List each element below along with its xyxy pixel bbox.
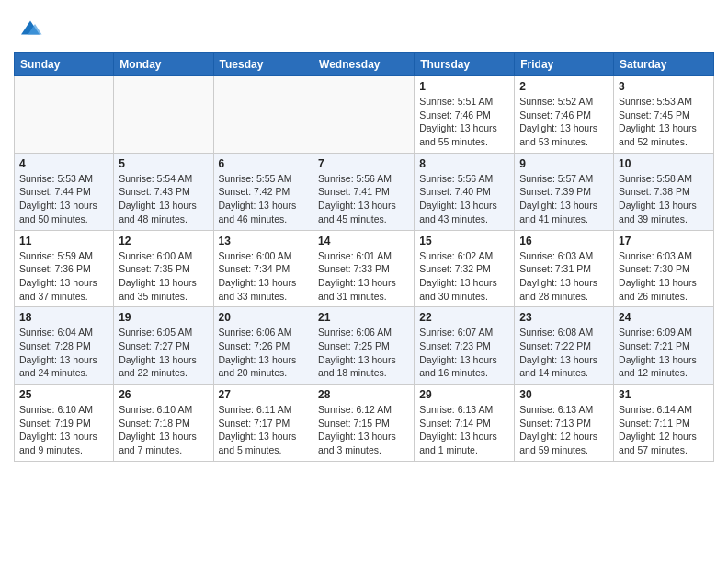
day-info: Sunrise: 5:55 AMSunset: 7:42 PMDaylight:… (219, 172, 309, 226)
day-number: 28 (318, 388, 409, 401)
day-number: 16 (519, 235, 609, 247)
day-info: Sunrise: 5:53 AMSunset: 7:44 PMDaylight:… (19, 172, 108, 226)
day-info: Sunrise: 6:10 AMSunset: 7:18 PMDaylight:… (119, 403, 208, 457)
calendar-day-cell: 6Sunrise: 5:55 AMSunset: 7:42 PMDaylight… (213, 153, 313, 230)
day-info: Sunrise: 5:53 AMSunset: 7:45 PMDaylight:… (619, 95, 709, 149)
day-info: Sunrise: 6:12 AMSunset: 7:15 PMDaylight:… (318, 403, 409, 457)
day-info: Sunrise: 6:06 AMSunset: 7:25 PMDaylight:… (318, 326, 409, 380)
calendar-day-cell: 8Sunrise: 5:56 AMSunset: 7:40 PMDaylight… (415, 153, 515, 230)
day-info: Sunrise: 6:07 AMSunset: 7:23 PMDaylight:… (419, 326, 509, 380)
day-info: Sunrise: 6:14 AMSunset: 7:11 PMDaylight:… (619, 403, 709, 457)
day-number: 27 (219, 388, 309, 401)
day-info: Sunrise: 5:58 AMSunset: 7:38 PMDaylight:… (619, 172, 709, 226)
calendar-day-cell: 10Sunrise: 5:58 AMSunset: 7:38 PMDayligh… (614, 153, 714, 230)
logo (14, 14, 44, 45)
day-number: 7 (318, 157, 409, 170)
day-number: 9 (519, 157, 609, 170)
day-number: 17 (619, 235, 709, 247)
day-info: Sunrise: 6:00 AMSunset: 7:34 PMDaylight:… (219, 249, 309, 304)
calendar-week-row: 11Sunrise: 5:59 AMSunset: 7:36 PMDayligh… (15, 230, 714, 307)
calendar-week-row: 4Sunrise: 5:53 AMSunset: 7:44 PMDaylight… (15, 153, 714, 230)
weekday-header-tuesday: Tuesday (213, 53, 313, 76)
calendar-day-cell: 25Sunrise: 6:10 AMSunset: 7:19 PMDayligh… (15, 385, 114, 462)
day-info: Sunrise: 5:54 AMSunset: 7:43 PMDaylight:… (119, 172, 208, 226)
calendar-day-cell: 23Sunrise: 6:08 AMSunset: 7:22 PMDayligh… (515, 307, 614, 385)
day-info: Sunrise: 6:00 AMSunset: 7:35 PMDaylight:… (119, 249, 208, 304)
calendar-day-cell: 16Sunrise: 6:03 AMSunset: 7:31 PMDayligh… (515, 230, 614, 307)
day-number: 30 (519, 388, 609, 401)
day-info: Sunrise: 6:01 AMSunset: 7:33 PMDaylight:… (318, 249, 409, 304)
day-number: 2 (519, 80, 609, 93)
calendar-day-cell: 2Sunrise: 5:52 AMSunset: 7:46 PMDaylight… (515, 76, 614, 154)
day-info: Sunrise: 5:56 AMSunset: 7:40 PMDaylight:… (419, 172, 509, 226)
calendar-day-cell: 17Sunrise: 6:03 AMSunset: 7:30 PMDayligh… (614, 230, 714, 307)
calendar-day-cell: 4Sunrise: 5:53 AMSunset: 7:44 PMDaylight… (15, 153, 114, 230)
day-info: Sunrise: 5:51 AMSunset: 7:46 PMDaylight:… (419, 95, 509, 149)
calendar-day-cell: 5Sunrise: 5:54 AMSunset: 7:43 PMDaylight… (114, 153, 213, 230)
day-info: Sunrise: 6:13 AMSunset: 7:14 PMDaylight:… (419, 403, 509, 457)
day-number: 13 (219, 235, 309, 247)
day-info: Sunrise: 6:09 AMSunset: 7:21 PMDaylight:… (619, 326, 709, 380)
day-number: 29 (419, 388, 509, 401)
weekday-header-sunday: Sunday (15, 53, 114, 76)
day-info: Sunrise: 5:56 AMSunset: 7:41 PMDaylight:… (318, 172, 409, 226)
weekday-header-wednesday: Wednesday (313, 53, 415, 76)
calendar-day-cell: 20Sunrise: 6:06 AMSunset: 7:26 PMDayligh… (213, 307, 313, 385)
weekday-header-friday: Friday (515, 53, 614, 76)
day-number: 11 (19, 235, 108, 247)
calendar-day-cell (213, 76, 313, 154)
day-number: 24 (619, 311, 709, 324)
day-number: 15 (419, 235, 509, 247)
calendar-header-row: SundayMondayTuesdayWednesdayThursdayFrid… (15, 53, 714, 76)
calendar-day-cell: 24Sunrise: 6:09 AMSunset: 7:21 PMDayligh… (614, 307, 714, 385)
day-info: Sunrise: 5:57 AMSunset: 7:39 PMDaylight:… (519, 172, 609, 226)
day-number: 25 (19, 388, 108, 401)
calendar-day-cell: 1Sunrise: 5:51 AMSunset: 7:46 PMDaylight… (415, 76, 515, 154)
weekday-header-monday: Monday (114, 53, 213, 76)
day-number: 8 (419, 157, 509, 170)
day-number: 19 (119, 311, 208, 324)
day-number: 12 (119, 235, 208, 247)
calendar-week-row: 25Sunrise: 6:10 AMSunset: 7:19 PMDayligh… (15, 385, 714, 462)
day-info: Sunrise: 6:06 AMSunset: 7:26 PMDaylight:… (219, 326, 309, 380)
calendar-day-cell (114, 76, 213, 154)
calendar-day-cell: 26Sunrise: 6:10 AMSunset: 7:18 PMDayligh… (114, 385, 213, 462)
weekday-header-saturday: Saturday (614, 53, 714, 76)
day-number: 18 (19, 311, 108, 324)
day-info: Sunrise: 6:02 AMSunset: 7:32 PMDaylight:… (419, 249, 509, 304)
calendar-day-cell: 9Sunrise: 5:57 AMSunset: 7:39 PMDaylight… (515, 153, 614, 230)
page-header (14, 9, 714, 45)
calendar-day-cell: 13Sunrise: 6:00 AMSunset: 7:34 PMDayligh… (213, 230, 313, 307)
day-info: Sunrise: 6:04 AMSunset: 7:28 PMDaylight:… (19, 326, 108, 380)
calendar-day-cell (15, 76, 114, 154)
calendar-day-cell: 7Sunrise: 5:56 AMSunset: 7:41 PMDaylight… (313, 153, 415, 230)
day-number: 3 (619, 80, 709, 93)
day-info: Sunrise: 6:08 AMSunset: 7:22 PMDaylight:… (519, 326, 609, 380)
calendar-day-cell: 3Sunrise: 5:53 AMSunset: 7:45 PMDaylight… (614, 76, 714, 154)
calendar-day-cell: 19Sunrise: 6:05 AMSunset: 7:27 PMDayligh… (114, 307, 213, 385)
day-info: Sunrise: 5:59 AMSunset: 7:36 PMDaylight:… (19, 249, 108, 304)
weekday-header-thursday: Thursday (415, 53, 515, 76)
day-number: 14 (318, 235, 409, 247)
day-number: 22 (419, 311, 509, 324)
day-number: 6 (219, 157, 309, 170)
day-number: 20 (219, 311, 309, 324)
calendar-day-cell: 18Sunrise: 6:04 AMSunset: 7:28 PMDayligh… (15, 307, 114, 385)
day-info: Sunrise: 6:11 AMSunset: 7:17 PMDaylight:… (219, 403, 309, 457)
day-info: Sunrise: 5:52 AMSunset: 7:46 PMDaylight:… (519, 95, 609, 149)
calendar-day-cell: 21Sunrise: 6:06 AMSunset: 7:25 PMDayligh… (313, 307, 415, 385)
calendar-day-cell (313, 76, 415, 154)
day-info: Sunrise: 6:13 AMSunset: 7:13 PMDaylight:… (519, 403, 609, 457)
calendar-day-cell: 30Sunrise: 6:13 AMSunset: 7:13 PMDayligh… (515, 385, 614, 462)
calendar-day-cell: 14Sunrise: 6:01 AMSunset: 7:33 PMDayligh… (313, 230, 415, 307)
calendar-day-cell: 28Sunrise: 6:12 AMSunset: 7:15 PMDayligh… (313, 385, 415, 462)
calendar-day-cell: 27Sunrise: 6:11 AMSunset: 7:17 PMDayligh… (213, 385, 313, 462)
day-number: 23 (519, 311, 609, 324)
day-number: 5 (119, 157, 208, 170)
day-info: Sunrise: 6:10 AMSunset: 7:19 PMDaylight:… (19, 403, 108, 457)
day-number: 1 (419, 80, 509, 93)
calendar-day-cell: 15Sunrise: 6:02 AMSunset: 7:32 PMDayligh… (415, 230, 515, 307)
calendar-week-row: 18Sunrise: 6:04 AMSunset: 7:28 PMDayligh… (15, 307, 714, 385)
logo-icon (17, 14, 44, 41)
calendar-day-cell: 22Sunrise: 6:07 AMSunset: 7:23 PMDayligh… (415, 307, 515, 385)
